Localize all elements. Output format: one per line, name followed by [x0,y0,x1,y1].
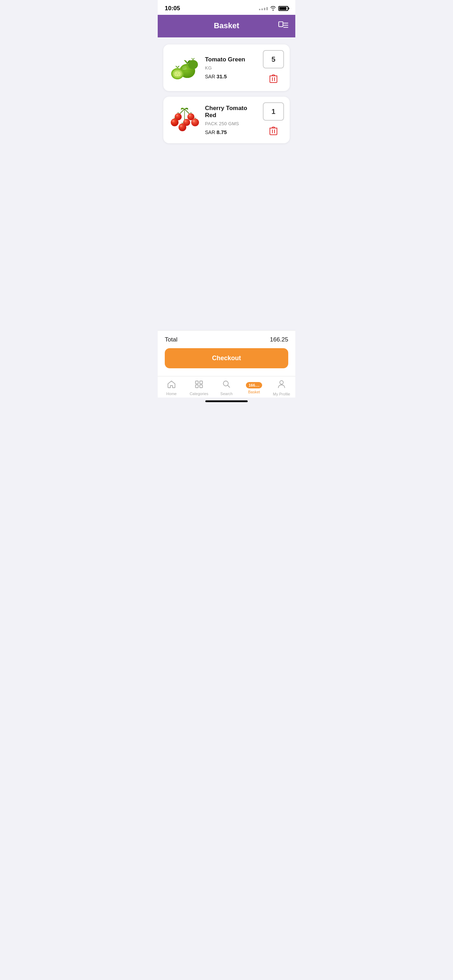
quantity-box-1[interactable]: 5 [263,50,284,68]
main-content: Tomato Green KG SAR 31.5 5 [158,37,295,214]
tab-bar: Home Categories Search 166.... Basket [158,376,295,398]
svg-point-9 [174,71,181,76]
svg-rect-0 [279,22,283,27]
delete-button-2[interactable] [270,126,277,138]
home-icon [167,380,176,390]
svg-rect-43 [200,381,202,384]
categories-icon [195,380,203,390]
svg-point-15 [188,60,198,69]
product-info-1: Tomato Green KG SAR 31.5 [205,56,258,80]
status-time: 10:05 [165,5,180,12]
battery-icon [278,6,288,11]
status-icons [259,6,288,12]
total-row: Total 166.25 [165,336,288,343]
svg-point-36 [178,124,186,131]
svg-point-32 [171,119,178,126]
svg-point-14 [179,75,180,76]
tab-categories-label: Categories [189,391,208,396]
product-image-2 [169,106,200,134]
status-bar: 10:05 [158,0,295,15]
svg-rect-18 [274,77,275,81]
product-info-2: Cherry Tomato Red PACK 250 GMS SAR 8.75 [205,105,258,135]
signal-icon [259,7,268,10]
spacer [158,214,295,327]
profile-icon [278,380,285,391]
svg-point-35 [184,120,186,122]
total-label: Total [165,336,178,343]
product-card-1: Tomato Green KG SAR 31.5 5 [163,45,290,91]
checkout-button[interactable]: Checkout [165,348,288,368]
tab-categories[interactable]: Categories [185,380,213,396]
tab-search-label: Search [221,391,233,396]
product-price-1: SAR 31.5 [205,73,258,80]
svg-rect-38 [270,128,277,135]
svg-point-33 [172,120,175,123]
product-actions-1: 5 [263,50,284,85]
product-price-2: SAR 8.75 [205,129,258,135]
delete-button-1[interactable] [270,74,277,85]
tab-home-label: Home [166,391,176,396]
tab-profile[interactable]: My Profile [268,380,295,396]
svg-point-13 [175,75,176,76]
product-unit-1: KG [205,65,258,70]
basket-badge: 166.... [246,382,262,388]
svg-point-10 [175,73,177,74]
svg-rect-39 [272,129,273,134]
product-name-1: Tomato Green [205,56,258,63]
product-unit-2: PACK 250 GMS [205,121,258,126]
svg-point-48 [280,381,283,384]
quantity-box-2[interactable]: 1 [263,102,284,121]
svg-line-47 [227,385,230,387]
header: Basket [158,15,295,37]
product-image-1 [169,54,200,81]
home-indicator [205,400,248,402]
tab-basket-label: Basket [248,390,260,394]
svg-rect-17 [272,77,273,81]
svg-rect-45 [200,385,202,388]
tab-search[interactable]: Search [213,380,240,396]
wifi-icon [270,6,276,12]
svg-rect-16 [270,76,277,83]
svg-point-29 [176,114,178,116]
svg-point-12 [177,75,178,76]
svg-rect-44 [196,385,198,388]
product-card-2: Cherry Tomato Red PACK 250 GMS SAR 8.75 … [163,97,290,143]
total-value: 166.25 [270,336,288,343]
tab-home[interactable]: Home [158,380,185,396]
svg-point-37 [180,125,183,127]
search-icon [223,380,230,390]
product-name-2: Cherry Tomato Red [205,105,258,119]
tab-basket[interactable]: 166.... Basket [240,382,268,394]
product-actions-2: 1 [263,102,284,138]
svg-point-31 [192,120,195,123]
tab-profile-label: My Profile [273,392,290,396]
svg-point-11 [178,73,180,74]
clear-list-button[interactable] [278,22,288,31]
svg-point-27 [189,114,191,116]
svg-point-30 [191,119,199,126]
bottom-section: Total 166.25 Checkout [158,330,295,376]
page-title: Basket [214,21,239,30]
svg-rect-40 [274,129,275,134]
svg-rect-42 [196,381,198,384]
